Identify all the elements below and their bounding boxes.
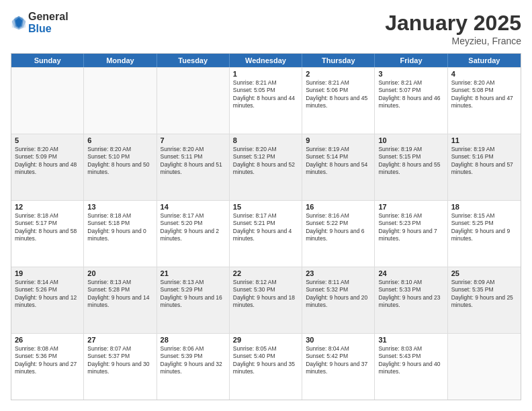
logo-icon: [11, 15, 27, 31]
cell-w4-d1: 27Sunrise: 8:07 AMSunset: 5:37 PMDayligh…: [84, 334, 157, 400]
cell-content: Sunrise: 8:19 AMSunset: 5:16 PMDaylight:…: [451, 146, 513, 175]
cell-w4-d5: 31Sunrise: 8:03 AMSunset: 5:43 PMDayligh…: [375, 334, 447, 400]
cell-content: Sunrise: 8:16 AMSunset: 5:22 PMDaylight:…: [306, 212, 364, 242]
cell-content: Sunrise: 8:21 AMSunset: 5:05 PMDaylight:…: [233, 79, 295, 109]
cell-content: Sunrise: 8:19 AMSunset: 5:15 PMDaylight:…: [378, 146, 440, 175]
calendar-body: 1Sunrise: 8:21 AMSunset: 5:05 PMDaylight…: [11, 67, 521, 400]
cell-content: Sunrise: 8:07 AMSunset: 5:37 PMDaylight:…: [87, 345, 149, 375]
day-number: 14: [161, 203, 226, 211]
cell-w2-d5: 17Sunrise: 8:16 AMSunset: 5:23 PMDayligh…: [375, 201, 447, 267]
header-wednesday: Wednesday: [230, 54, 302, 67]
day-number: 1: [233, 70, 298, 78]
cell-w4-d2: 28Sunrise: 8:06 AMSunset: 5:39 PMDayligh…: [157, 334, 230, 400]
day-number: 3: [378, 70, 443, 78]
day-number: 28: [161, 336, 226, 344]
cell-w2-d6: 18Sunrise: 8:15 AMSunset: 5:25 PMDayligh…: [448, 201, 521, 267]
cell-w3-d3: 22Sunrise: 8:12 AMSunset: 5:30 PMDayligh…: [230, 267, 302, 333]
day-number: 16: [306, 203, 371, 211]
cell-w0-d6: 4Sunrise: 8:20 AMSunset: 5:08 PMDaylight…: [448, 68, 521, 134]
cell-content: Sunrise: 8:15 AMSunset: 5:25 PMDaylight:…: [451, 212, 510, 242]
cell-content: Sunrise: 8:17 AMSunset: 5:21 PMDaylight:…: [233, 212, 292, 242]
header-friday: Friday: [375, 54, 447, 67]
cell-content: Sunrise: 8:12 AMSunset: 5:30 PMDaylight:…: [233, 279, 295, 308]
cell-w1-d4: 9Sunrise: 8:19 AMSunset: 5:14 PMDaylight…: [302, 134, 375, 200]
cell-w3-d4: 23Sunrise: 8:11 AMSunset: 5:32 PMDayligh…: [302, 267, 375, 333]
cell-content: Sunrise: 8:21 AMSunset: 5:06 PMDaylight:…: [306, 79, 367, 109]
cell-w3-d2: 21Sunrise: 8:13 AMSunset: 5:29 PMDayligh…: [157, 267, 230, 333]
day-number: 19: [15, 269, 80, 277]
day-number: 13: [87, 203, 152, 211]
cell-content: Sunrise: 8:17 AMSunset: 5:20 PMDaylight:…: [161, 212, 219, 242]
cell-content: Sunrise: 8:03 AMSunset: 5:43 PMDaylight:…: [378, 345, 440, 375]
cell-w1-d6: 11Sunrise: 8:19 AMSunset: 5:16 PMDayligh…: [448, 134, 521, 200]
cell-content: Sunrise: 8:05 AMSunset: 5:40 PMDaylight:…: [233, 345, 295, 375]
day-number: 20: [87, 269, 152, 277]
cell-w2-d2: 14Sunrise: 8:17 AMSunset: 5:20 PMDayligh…: [157, 201, 230, 267]
cell-content: Sunrise: 8:20 AMSunset: 5:12 PMDaylight:…: [233, 146, 295, 175]
cell-content: Sunrise: 8:20 AMSunset: 5:09 PMDaylight:…: [15, 146, 77, 175]
cell-w0-d0: [11, 68, 84, 134]
cell-w0-d5: 3Sunrise: 8:21 AMSunset: 5:07 PMDaylight…: [375, 68, 447, 134]
header-monday: Monday: [84, 54, 157, 67]
logo-text: General Blue: [28, 11, 69, 34]
cell-content: Sunrise: 8:11 AMSunset: 5:32 PMDaylight:…: [306, 279, 367, 308]
cell-content: Sunrise: 8:04 AMSunset: 5:42 PMDaylight:…: [306, 345, 367, 375]
day-number: 2: [306, 70, 371, 78]
cell-w2-d1: 13Sunrise: 8:18 AMSunset: 5:18 PMDayligh…: [84, 201, 157, 267]
cell-w2-d4: 16Sunrise: 8:16 AMSunset: 5:22 PMDayligh…: [302, 201, 375, 267]
cell-w1-d2: 7Sunrise: 8:20 AMSunset: 5:11 PMDaylight…: [157, 134, 230, 200]
cell-content: Sunrise: 8:08 AMSunset: 5:36 PMDaylight:…: [15, 345, 77, 375]
cell-content: Sunrise: 8:09 AMSunset: 5:35 PMDaylight:…: [451, 279, 513, 308]
calendar-header-row: Sunday Monday Tuesday Wednesday Thursday…: [11, 54, 521, 67]
cell-content: Sunrise: 8:20 AMSunset: 5:10 PMDaylight:…: [87, 146, 149, 175]
day-number: 24: [378, 269, 443, 277]
cell-w4-d6: [448, 334, 521, 400]
calendar-row-1: 5Sunrise: 8:20 AMSunset: 5:09 PMDaylight…: [11, 134, 521, 200]
header: General Blue January 2025 Meyzieu, Franc…: [11, 11, 521, 46]
cell-content: Sunrise: 8:10 AMSunset: 5:33 PMDaylight:…: [378, 279, 440, 308]
day-number: 9: [306, 136, 371, 144]
cell-content: Sunrise: 8:18 AMSunset: 5:17 PMDaylight:…: [15, 212, 77, 242]
day-number: 11: [451, 136, 517, 144]
cell-content: Sunrise: 8:14 AMSunset: 5:26 PMDaylight:…: [15, 279, 77, 308]
cell-content: Sunrise: 8:13 AMSunset: 5:28 PMDaylight:…: [87, 279, 149, 308]
cell-w2-d0: 12Sunrise: 8:18 AMSunset: 5:17 PMDayligh…: [11, 201, 84, 267]
day-number: 29: [233, 336, 298, 344]
day-number: 31: [378, 336, 443, 344]
calendar-row-4: 26Sunrise: 8:08 AMSunset: 5:36 PMDayligh…: [11, 333, 521, 400]
day-number: 8: [233, 136, 298, 144]
day-number: 22: [233, 269, 298, 277]
day-number: 26: [15, 336, 80, 344]
day-number: 21: [161, 269, 226, 277]
calendar-row-3: 19Sunrise: 8:14 AMSunset: 5:26 PMDayligh…: [11, 267, 521, 333]
cell-w1-d3: 8Sunrise: 8:20 AMSunset: 5:12 PMDaylight…: [230, 134, 302, 200]
cell-w4-d3: 29Sunrise: 8:05 AMSunset: 5:40 PMDayligh…: [230, 334, 302, 400]
header-thursday: Thursday: [302, 54, 375, 67]
cell-w0-d1: [84, 68, 157, 134]
cell-content: Sunrise: 8:19 AMSunset: 5:14 PMDaylight:…: [306, 146, 367, 175]
day-number: 25: [451, 269, 517, 277]
cell-w3-d5: 24Sunrise: 8:10 AMSunset: 5:33 PMDayligh…: [375, 267, 447, 333]
cell-content: Sunrise: 8:20 AMSunset: 5:08 PMDaylight:…: [451, 79, 513, 109]
header-saturday: Saturday: [448, 54, 521, 67]
cell-w3-d0: 19Sunrise: 8:14 AMSunset: 5:26 PMDayligh…: [11, 267, 84, 333]
cell-w4-d4: 30Sunrise: 8:04 AMSunset: 5:42 PMDayligh…: [302, 334, 375, 400]
cell-w0-d3: 1Sunrise: 8:21 AMSunset: 5:05 PMDaylight…: [230, 68, 302, 134]
day-number: 12: [15, 203, 80, 211]
day-number: 17: [378, 203, 443, 211]
calendar-title: January 2025: [385, 11, 521, 36]
title-block: January 2025 Meyzieu, France: [385, 11, 521, 46]
day-number: 6: [87, 136, 152, 144]
page: General Blue January 2025 Meyzieu, Franc…: [0, 0, 532, 411]
day-number: 23: [306, 269, 371, 277]
cell-content: Sunrise: 8:06 AMSunset: 5:39 PMDaylight:…: [161, 345, 222, 375]
day-number: 4: [451, 70, 517, 78]
day-number: 15: [233, 203, 298, 211]
cell-content: Sunrise: 8:18 AMSunset: 5:18 PMDaylight:…: [87, 212, 146, 242]
cell-w4-d0: 26Sunrise: 8:08 AMSunset: 5:36 PMDayligh…: [11, 334, 84, 400]
cell-content: Sunrise: 8:21 AMSunset: 5:07 PMDaylight:…: [378, 79, 440, 109]
cell-w1-d0: 5Sunrise: 8:20 AMSunset: 5:09 PMDaylight…: [11, 134, 84, 200]
cell-w1-d1: 6Sunrise: 8:20 AMSunset: 5:10 PMDaylight…: [84, 134, 157, 200]
cell-w0-d4: 2Sunrise: 8:21 AMSunset: 5:06 PMDaylight…: [302, 68, 375, 134]
cell-w3-d6: 25Sunrise: 8:09 AMSunset: 5:35 PMDayligh…: [448, 267, 521, 333]
